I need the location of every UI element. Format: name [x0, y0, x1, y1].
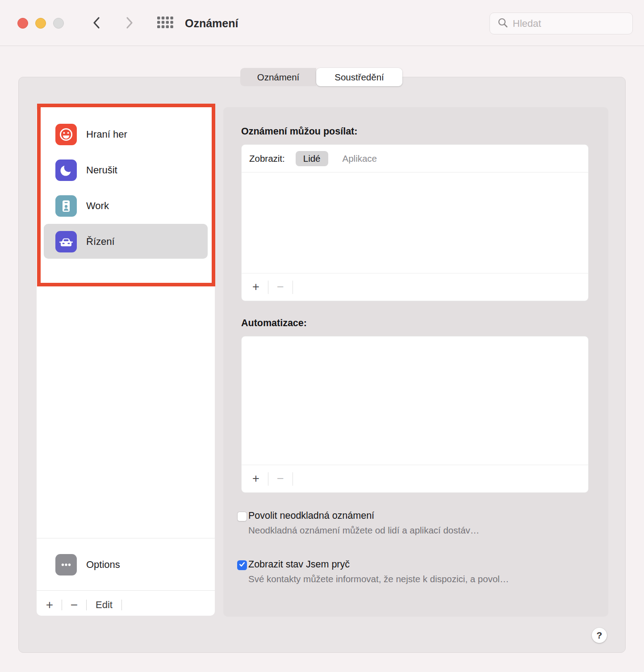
close-button[interactable] — [17, 18, 28, 29]
back-button[interactable] — [88, 15, 105, 31]
sidebar-item-label: Work — [86, 200, 109, 212]
moon-icon — [55, 160, 77, 181]
show-all-settings-button[interactable] — [155, 16, 175, 30]
sidebar-item-driving[interactable]: Řízení — [37, 224, 215, 260]
sidebar-footer: + − Edit — [44, 594, 128, 616]
sidebar-divider — [37, 590, 215, 591]
chevron-right-icon — [125, 16, 134, 31]
zoom-button — [53, 18, 64, 29]
remove-automation-button[interactable]: − — [275, 473, 286, 485]
minimize-button[interactable] — [35, 18, 46, 29]
listbox-filter-row: Zobrazit: Lidé Aplikace — [242, 145, 588, 172]
edit-focus-button[interactable]: Edit — [93, 599, 115, 611]
focus-list: Hraní her Nerušit Work — [37, 106, 215, 616]
toolbar-divider — [268, 472, 268, 486]
filter-apps-button[interactable]: Aplikace — [343, 153, 377, 164]
tab-bar: Oznámení Soustředění — [240, 68, 402, 86]
toolbar-divider — [268, 281, 268, 294]
sidebar-item-label: Nerušit — [86, 164, 117, 176]
add-person-button[interactable]: + — [251, 281, 261, 293]
ellipsis-icon — [55, 554, 77, 575]
search-field[interactable] — [489, 13, 633, 34]
footer-divider — [121, 600, 122, 610]
chevron-left-icon — [92, 16, 101, 31]
allowed-senders-listbox: Zobrazit: Lidé Aplikace + − — [241, 144, 589, 301]
sidebar-item-options[interactable]: Options — [37, 549, 215, 581]
urgent-notifications-checkbox[interactable] — [237, 512, 247, 521]
checkbox-label[interactable]: Zobrazit stav Jsem pryč — [248, 559, 350, 570]
checkbox-label[interactable]: Povolit neodkladná oznámení — [248, 510, 374, 521]
checkbox-description: Své kontakty můžete informovat, že nejst… — [248, 574, 509, 584]
automation-heading: Automatizace: — [241, 318, 307, 329]
search-input[interactable] — [513, 18, 620, 29]
window-title: Oznámení — [185, 16, 238, 30]
car-icon — [55, 231, 77, 252]
filter-people-button[interactable]: Lidé — [296, 151, 328, 166]
allowed-notifications-heading: Oznámení můžou posílat: — [241, 126, 357, 137]
remove-person-button[interactable]: − — [275, 281, 286, 293]
automation-list[interactable] — [242, 336, 588, 465]
search-icon — [497, 17, 509, 30]
sidebar-item-label: Řízení — [86, 236, 115, 248]
help-button[interactable]: ? — [592, 628, 607, 643]
sidebar-item-gaming[interactable]: Hraní her — [37, 117, 215, 152]
remove-focus-button[interactable]: − — [68, 599, 80, 611]
focus-settings-panel: Oznámení můžou posílat: Zobrazit: Lidé A… — [223, 107, 608, 617]
checkbox-description: Neodkladná oznámení můžete od lidí a apl… — [248, 525, 479, 536]
toolbar-divider — [293, 281, 293, 294]
away-status-checkbox[interactable] — [237, 560, 247, 570]
add-focus-button[interactable]: + — [44, 599, 55, 611]
add-automation-button[interactable]: + — [251, 473, 261, 485]
grid-icon — [157, 17, 174, 30]
titlebar: Oznámení — [0, 0, 644, 46]
toolbar-divider — [293, 472, 293, 486]
sidebar-item-label: Hraní her — [86, 129, 127, 140]
sidebar-item-label: Options — [86, 559, 120, 571]
listbox-toolbar: + − — [242, 465, 588, 492]
sidebar-divider — [37, 538, 215, 538]
automation-listbox: + − — [241, 336, 589, 493]
footer-divider — [86, 600, 87, 610]
show-label: Zobrazit: — [249, 153, 285, 164]
listbox-toolbar: + − — [242, 273, 588, 301]
allowed-senders-list[interactable] — [242, 172, 588, 273]
forward-button[interactable] — [121, 15, 138, 31]
tab-notifications[interactable]: Oznámení — [240, 68, 316, 86]
sidebar-item-do-not-disturb[interactable]: Nerušit — [37, 152, 215, 188]
id-badge-icon — [55, 195, 77, 217]
gaming-smiley-icon — [55, 124, 77, 145]
footer-divider — [62, 600, 62, 610]
sidebar-item-work[interactable]: Work — [37, 188, 215, 224]
checkmark-icon — [238, 561, 246, 570]
tab-focus[interactable]: Soustředění — [316, 68, 402, 86]
